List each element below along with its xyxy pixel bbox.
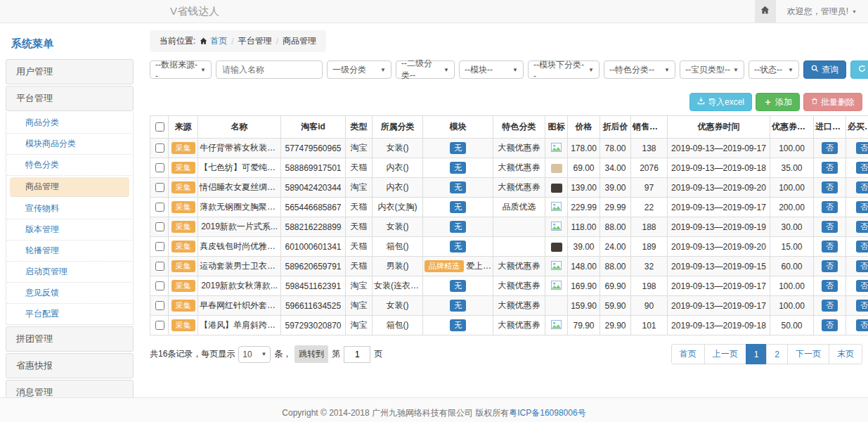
- must-buy-toggle[interactable]: 否: [856, 319, 868, 331]
- name-search-input[interactable]: [216, 60, 323, 79]
- feature-category: [493, 237, 545, 257]
- module-badge: 无: [450, 300, 466, 312]
- select-all-checkbox[interactable]: [155, 122, 164, 132]
- sales-count: 198: [631, 276, 668, 296]
- must-buy-toggle[interactable]: 否: [856, 280, 868, 292]
- sidebar-item-意见反馈[interactable]: 意见反馈: [7, 283, 132, 304]
- sidebar-item-用户管理[interactable]: 用户管理: [6, 59, 134, 84]
- coupon-time: 2019-09-13—2019-09-20: [668, 237, 770, 257]
- sales-count: 90: [631, 296, 668, 316]
- import-select-toggle[interactable]: 否: [822, 201, 838, 213]
- table-row: 采集 2019新款一片式系... 588216228899 天猫 女装() 无 …: [150, 217, 868, 237]
- row-checkbox[interactable]: [155, 262, 164, 271]
- must-buy-toggle[interactable]: 否: [856, 162, 868, 174]
- search-button[interactable]: 查询: [803, 60, 846, 79]
- sidebar-item-特色分类[interactable]: 特色分类: [7, 155, 132, 176]
- import-select-toggle[interactable]: 否: [822, 319, 838, 331]
- sales-count: 138: [631, 139, 668, 158]
- import-select-toggle[interactable]: 否: [822, 260, 838, 272]
- filter-select[interactable]: --模块--▼: [459, 60, 524, 79]
- coupon-time: 2019-09-13—2019-09-18: [668, 158, 770, 178]
- source-badge: 采集: [171, 300, 195, 312]
- must-buy-toggle[interactable]: 否: [856, 221, 868, 233]
- row-checkbox[interactable]: [155, 242, 164, 251]
- row-checkbox[interactable]: [155, 203, 164, 212]
- sidebar-item-宣传物料[interactable]: 宣传物料: [7, 198, 132, 219]
- column-header-进口优选: 进口优选: [814, 116, 846, 139]
- row-checkbox[interactable]: [155, 183, 164, 192]
- page-button-2[interactable]: 2: [766, 344, 788, 364]
- row-checkbox[interactable]: [155, 321, 164, 330]
- sidebar-item-平台配置[interactable]: 平台配置: [7, 304, 132, 324]
- sidebar-item-平台管理[interactable]: 平台管理: [6, 86, 134, 111]
- import-select-toggle[interactable]: 否: [822, 181, 838, 193]
- coupon-time: 2019-09-13—2019-09-17: [668, 198, 770, 217]
- sidebar-item-省惠快报[interactable]: 省惠快报: [6, 353, 134, 378]
- coupon-amount: 100.00: [770, 276, 814, 296]
- sidebar-item-消息管理[interactable]: 消息管理: [6, 380, 134, 397]
- filter-select[interactable]: --模块下分类--▼: [528, 60, 600, 79]
- product-name: 【港风】单肩斜跨链条...: [198, 316, 281, 335]
- discount-price: 69.90: [600, 276, 631, 296]
- jump-page-input[interactable]: [344, 346, 370, 363]
- per-page-select[interactable]: 10 ▼: [238, 346, 271, 363]
- breadcrumb-level1: 平台管理: [238, 35, 272, 47]
- user-menu[interactable]: 欢迎您，管理员! ▼: [776, 0, 868, 23]
- sidebar-item-模块商品分类[interactable]: 模块商品分类: [7, 134, 132, 155]
- filter-select[interactable]: --特色分类--▼: [604, 60, 675, 79]
- sidebar-item-拼团管理[interactable]: 拼团管理: [6, 326, 134, 352]
- import-select-toggle[interactable]: 否: [822, 280, 838, 292]
- column-header-必买清单: 必买清单: [846, 116, 868, 139]
- reset-button[interactable]: 重置: [850, 60, 868, 79]
- must-buy-toggle[interactable]: 否: [856, 142, 868, 154]
- import-select-toggle[interactable]: 否: [822, 142, 838, 154]
- coupon-time: 2019-09-13—2019-09-19: [668, 217, 770, 237]
- import-excel-button[interactable]: 导入excel: [689, 93, 752, 111]
- import-select-toggle[interactable]: 否: [822, 221, 838, 233]
- filter-select[interactable]: --二级分类--▼: [396, 60, 455, 79]
- batch-delete-button[interactable]: 批量删除: [803, 93, 862, 111]
- source-badge: 采集: [171, 221, 195, 233]
- must-buy-toggle[interactable]: 否: [856, 241, 868, 252]
- add-button[interactable]: ＋ 添加: [756, 93, 800, 111]
- chevron-down-icon: ▼: [443, 67, 449, 73]
- page-button-1[interactable]: 1: [746, 344, 767, 364]
- icp-link[interactable]: 粤ICP备16098006号: [509, 408, 585, 418]
- sidebar-item-商品管理[interactable]: 商品管理: [10, 177, 129, 197]
- import-select-toggle[interactable]: 否: [822, 241, 838, 252]
- home-button[interactable]: [755, 0, 776, 23]
- row-checkbox[interactable]: [155, 143, 164, 153]
- import-select-toggle[interactable]: 否: [822, 300, 838, 312]
- row-checkbox[interactable]: [155, 281, 164, 290]
- must-buy-toggle[interactable]: 否: [856, 201, 868, 213]
- row-checkbox[interactable]: [155, 222, 164, 231]
- products-table: 来源名称淘客id类型所属分类模块特色分类图标价格折后价销售数量优惠券时间优惠券金…: [150, 115, 868, 335]
- row-checkbox[interactable]: [155, 301, 164, 310]
- page-button-首页[interactable]: 首页: [671, 344, 705, 364]
- filter-select[interactable]: --宝贝类型--▼: [680, 60, 744, 79]
- page-button-末页[interactable]: 末页: [829, 344, 862, 364]
- sidebar-item-商品分类[interactable]: 商品分类: [7, 113, 132, 134]
- must-buy-toggle[interactable]: 否: [856, 260, 868, 272]
- jump-button[interactable]: 跳转到: [294, 345, 328, 363]
- table-row: 采集 情侣睡衣女夏丝绸男士... 589042420344 淘宝 内衣() 无 …: [150, 178, 868, 198]
- chevron-down-icon: ▼: [733, 67, 739, 73]
- chevron-down-icon: ▼: [788, 67, 793, 73]
- filter-select[interactable]: --数据来源--▼: [150, 60, 212, 79]
- page-button-上一页[interactable]: 上一页: [704, 344, 746, 364]
- filter-select[interactable]: --状态--▼: [749, 60, 799, 79]
- sidebar-item-启动页管理[interactable]: 启动页管理: [7, 262, 132, 283]
- product-type: 天猫: [346, 158, 373, 178]
- must-buy-toggle[interactable]: 否: [856, 181, 868, 193]
- page-button-下一页[interactable]: 下一页: [787, 344, 829, 364]
- sidebar-item-版本管理[interactable]: 版本管理: [7, 219, 132, 241]
- row-checkbox[interactable]: [155, 163, 164, 172]
- sidebar-item-轮播管理[interactable]: 轮播管理: [7, 241, 132, 262]
- chevron-down-icon: ▼: [380, 67, 386, 73]
- module-badge: 无: [450, 280, 466, 292]
- must-buy-toggle[interactable]: 否: [856, 300, 868, 312]
- breadcrumb-home-link[interactable]: 首页: [210, 35, 227, 47]
- filter-select[interactable]: 一级分类▼: [327, 60, 391, 79]
- table-row: 采集 真皮钱包时尚优雅女士... 601000601341 天猫 箱包() 无 …: [150, 237, 868, 257]
- import-select-toggle[interactable]: 否: [822, 162, 838, 174]
